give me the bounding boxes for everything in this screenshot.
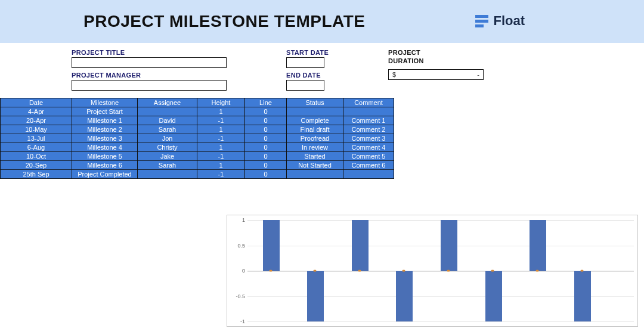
cell: 0 [245, 143, 287, 152]
cell: -1 [197, 152, 245, 161]
cell: 20-Sep [1, 161, 72, 170]
cell: 10-May [1, 125, 72, 134]
cell: 1 [197, 143, 245, 152]
col-header: Height [197, 98, 245, 107]
cell: 1 [197, 125, 245, 134]
chart-marker [536, 270, 539, 272]
chart-marker [447, 270, 450, 272]
duration-currency: $ [392, 71, 396, 78]
chart-marker [358, 270, 361, 272]
cell: 0 [245, 161, 287, 170]
project-title-label: PROJECT TITLE [72, 49, 227, 56]
chart-bar [352, 220, 369, 271]
cell: Complete [287, 116, 343, 125]
cell [343, 170, 394, 179]
y-tick: 0.5 [233, 243, 245, 249]
cell: 0 [245, 170, 287, 179]
col-header: Line [245, 98, 287, 107]
table-row: 4-AprProject Start10 [1, 107, 394, 116]
cell: 25th Sep [1, 170, 72, 179]
cell [138, 107, 197, 116]
project-manager-input[interactable] [72, 80, 227, 91]
meta-section: PROJECT TITLE PROJECT MANAGER START DATE… [0, 43, 644, 94]
col-header: Status [287, 98, 343, 107]
table-row: 13-JulMillestone 3Jon-10ProofreadComment… [1, 134, 394, 143]
cell: Christy [138, 143, 197, 152]
float-logo-icon [475, 15, 488, 27]
cell: Jake [138, 152, 197, 161]
end-date-input[interactable] [286, 80, 324, 91]
y-tick: 0 [233, 268, 245, 274]
brand: Float [475, 13, 525, 29]
cell: Comment 3 [343, 134, 394, 143]
duration-value: - [477, 71, 479, 78]
cell: Millestone 4 [72, 143, 138, 152]
cell: -1 [197, 170, 245, 179]
chart-bar [441, 220, 457, 271]
chart-marker [491, 270, 494, 272]
cell: Comment 2 [343, 125, 394, 134]
cell: 13-Jul [1, 134, 72, 143]
chart-bar [485, 271, 502, 321]
col-header: Assignee [138, 98, 197, 107]
cell: 0 [245, 152, 287, 161]
table-row: 10-MayMillestone 2Sarah10Final draftComm… [1, 125, 394, 134]
chart-bar [307, 271, 324, 321]
cell: Project Start [72, 107, 138, 116]
cell: David [138, 116, 197, 125]
y-tick: -0.5 [233, 293, 245, 299]
cell: 4-Apr [1, 107, 72, 116]
chart-bar [530, 220, 546, 271]
cell [287, 170, 343, 179]
cell: 0 [245, 107, 287, 116]
cell: Comment 6 [343, 161, 394, 170]
chart-marker [580, 270, 583, 272]
duration-field[interactable]: $ - [388, 69, 484, 80]
header-band: PROJECT MILESTONE TEMPLATE Float [0, 0, 644, 43]
cell: 10-Oct [1, 152, 72, 161]
cell: Comment 1 [343, 116, 394, 125]
end-date-label: END DATE [286, 72, 329, 79]
cell: Comment 5 [343, 152, 394, 161]
cell: Millestone 1 [72, 116, 138, 125]
table-row: 20-AprMillestone 1David-10CompleteCommen… [1, 116, 394, 125]
table-row: 6-AugMillestone 4Christy10In reviewComme… [1, 143, 394, 152]
chart-marker [269, 270, 272, 272]
cell: Millestone 6 [72, 161, 138, 170]
start-date-label: START DATE [286, 49, 329, 56]
cell: Millestone 5 [72, 152, 138, 161]
cell: -1 [197, 116, 245, 125]
cell [287, 107, 343, 116]
cell: 1 [197, 161, 245, 170]
cell: Proofread [287, 134, 343, 143]
cell: In review [287, 143, 343, 152]
duration-label-1: PROJECT [388, 49, 484, 56]
chart-marker [402, 270, 405, 272]
cell: Millestone 3 [72, 134, 138, 143]
milestone-table: DateMilestoneAssigneeHeightLineStatusCom… [0, 98, 394, 179]
project-manager-label: PROJECT MANAGER [72, 72, 227, 79]
cell: 1 [197, 107, 245, 116]
cell: 0 [245, 116, 287, 125]
chart-marker [314, 270, 317, 272]
start-date-input[interactable] [286, 57, 324, 68]
cell: Sarah [138, 125, 197, 134]
table-row: 25th SepProject Completed-10 [1, 170, 394, 179]
project-title-input[interactable] [72, 57, 227, 68]
cell: Started [287, 152, 343, 161]
duration-label-2: DURATION [388, 57, 484, 64]
col-header: Comment [343, 98, 394, 107]
cell: Project Completed [72, 170, 138, 179]
cell: Not Started [287, 161, 343, 170]
chart-bar [396, 271, 413, 321]
y-tick: -1 [233, 318, 245, 324]
cell: Final draft [287, 125, 343, 134]
col-header: Date [1, 98, 72, 107]
cell: -1 [197, 134, 245, 143]
y-tick: 1 [233, 217, 245, 223]
cell: Jon [138, 134, 197, 143]
table-row: 10-OctMillestone 5Jake-10StartedComment … [1, 152, 394, 161]
table-row: 20-SepMillestone 6Sarah10Not StartedComm… [1, 161, 394, 170]
chart-bar [263, 220, 280, 271]
col-header: Milestone [72, 98, 138, 107]
